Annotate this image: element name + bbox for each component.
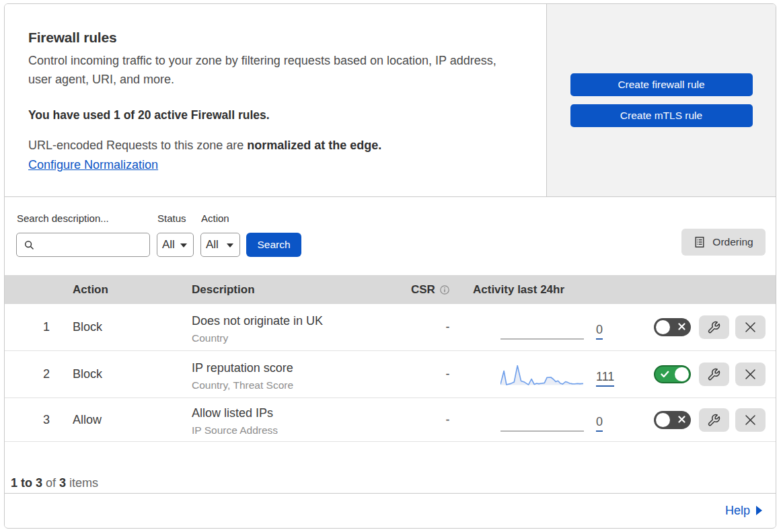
rule-action: Block: [54, 367, 187, 381]
ordered-list-icon: [694, 236, 706, 248]
rule-activity-cell: 0: [468, 315, 640, 340]
pagination-summary: 1 to 3 of 3 items: [5, 442, 776, 494]
close-icon: [745, 369, 756, 380]
column-header-description: Description: [187, 283, 400, 297]
rule-description: IP reputation score: [192, 361, 400, 375]
pagination-range: 1 to 3: [11, 476, 42, 490]
firewall-rules-card: Firewall rules Control incoming traffic …: [4, 3, 776, 529]
info-icon[interactable]: [440, 285, 449, 295]
rule-controls: [640, 315, 776, 339]
help-link[interactable]: Help: [725, 504, 762, 518]
enable-toggle[interactable]: [654, 365, 691, 383]
status-select-value: All: [162, 238, 175, 252]
rule-criteria: IP Source Address: [192, 424, 400, 436]
action-select[interactable]: All: [200, 233, 240, 257]
pagination-items: items: [66, 476, 98, 490]
arrow-right-icon: [756, 506, 762, 515]
wrench-icon: [707, 320, 721, 334]
activity-sparkline: [500, 365, 584, 388]
close-icon: [745, 414, 756, 426]
delete-rule-button[interactable]: [735, 315, 766, 339]
column-header-activity: Activity last 24hr: [468, 283, 640, 297]
configure-normalization-link[interactable]: Configure Normalization: [28, 155, 158, 175]
rule-number: 1: [5, 320, 54, 334]
table-header-row: Action Description CSR Activity last 24h…: [5, 275, 776, 304]
toggle-knob: [656, 320, 670, 334]
rule-description-cell: Allow listed IPs IP Source Address: [187, 403, 400, 436]
edit-rule-button[interactable]: [699, 408, 729, 432]
table-row: 3 Allow Allow listed IPs IP Source Addre…: [5, 398, 776, 442]
rule-description: Allow listed IPs: [192, 406, 400, 420]
activity-count-link[interactable]: 0: [596, 324, 603, 340]
rule-number: 3: [5, 413, 54, 427]
activity-sparkline: [500, 410, 584, 432]
actions-panel: Create firewall rule Create mTLS rule: [546, 4, 776, 196]
rule-activity-cell: 111: [468, 361, 640, 388]
table-row: 1 Block Does not originate in UK Country…: [5, 304, 776, 351]
create-mtls-rule-button[interactable]: Create mTLS rule: [570, 104, 753, 127]
rule-description-cell: IP reputation score Country, Threat Scor…: [187, 358, 400, 391]
pagination-of: of: [42, 476, 59, 490]
rule-action: Block: [54, 320, 187, 334]
activity-count-link[interactable]: 111: [596, 371, 614, 387]
rule-csr: -: [400, 320, 468, 334]
normalization-text: URL-encoded Requests to this zone are: [28, 139, 247, 152]
search-label: Search description...: [17, 213, 109, 224]
column-header-action: Action: [54, 283, 187, 297]
edit-rule-button[interactable]: [699, 315, 729, 339]
x-icon: [678, 323, 685, 330]
usage-summary: You have used 1 of 20 active Firewall ru…: [28, 108, 519, 122]
page-title: Firewall rules: [28, 30, 519, 46]
help-bar: Help: [5, 494, 776, 527]
search-button[interactable]: Search: [246, 233, 301, 257]
create-firewall-rule-button[interactable]: Create firewall rule: [570, 73, 753, 96]
rule-criteria: Country: [192, 332, 400, 344]
rule-action: Allow: [54, 413, 187, 427]
edit-rule-button[interactable]: [699, 363, 729, 386]
enable-toggle[interactable]: [654, 318, 691, 336]
rule-activity-cell: 0: [468, 408, 640, 432]
status-select[interactable]: All: [157, 233, 194, 257]
status-label: Status: [157, 213, 186, 224]
delete-rule-button[interactable]: [735, 363, 766, 386]
rule-description-cell: Does not originate in UK Country: [187, 311, 400, 344]
search-icon: [24, 240, 34, 250]
rule-criteria: Country, Threat Score: [192, 379, 400, 391]
pagination-total: 3: [59, 476, 66, 490]
filter-bar: Search description... Status Action All …: [5, 197, 776, 275]
page-description: Control incoming traffic to your zone by…: [28, 51, 507, 89]
search-box: [16, 233, 150, 257]
wrench-icon: [707, 413, 721, 427]
rule-controls: [640, 408, 776, 432]
toggle-knob: [675, 367, 689, 381]
normalization-bold: normalized at the edge.: [247, 139, 381, 152]
help-link-label: Help: [725, 504, 750, 518]
rule-number: 2: [5, 367, 54, 381]
chevron-down-icon: [180, 243, 187, 248]
column-header-csr: CSR: [400, 283, 468, 297]
table-row: 2 Block IP reputation score Country, Thr…: [5, 351, 776, 398]
chevron-down-icon: [227, 243, 233, 248]
intro-panel: Firewall rules Control incoming traffic …: [5, 4, 546, 196]
top-section: Firewall rules Control incoming traffic …: [5, 4, 776, 197]
search-input[interactable]: [38, 235, 172, 255]
close-icon: [745, 321, 756, 333]
ordering-button[interactable]: Ordering: [681, 229, 766, 256]
enable-toggle[interactable]: [654, 411, 691, 429]
normalization-note: URL-encoded Requests to this zone are no…: [28, 136, 519, 175]
rule-csr: -: [400, 413, 468, 427]
activity-sparkline: [500, 318, 584, 340]
delete-rule-button[interactable]: [735, 408, 766, 432]
action-label: Action: [201, 213, 229, 224]
toggle-knob: [656, 413, 670, 427]
sparkline-chart: [500, 365, 584, 388]
rule-csr: -: [400, 367, 468, 381]
wrench-icon: [707, 367, 721, 381]
rule-description: Does not originate in UK: [192, 314, 400, 328]
x-icon: [678, 416, 685, 423]
rules-table: Action Description CSR Activity last 24h…: [5, 275, 776, 527]
action-select-value: All: [206, 238, 219, 252]
activity-count-link[interactable]: 0: [596, 416, 603, 432]
ordering-button-label: Ordering: [712, 236, 753, 248]
csr-header-label: CSR: [411, 283, 435, 297]
